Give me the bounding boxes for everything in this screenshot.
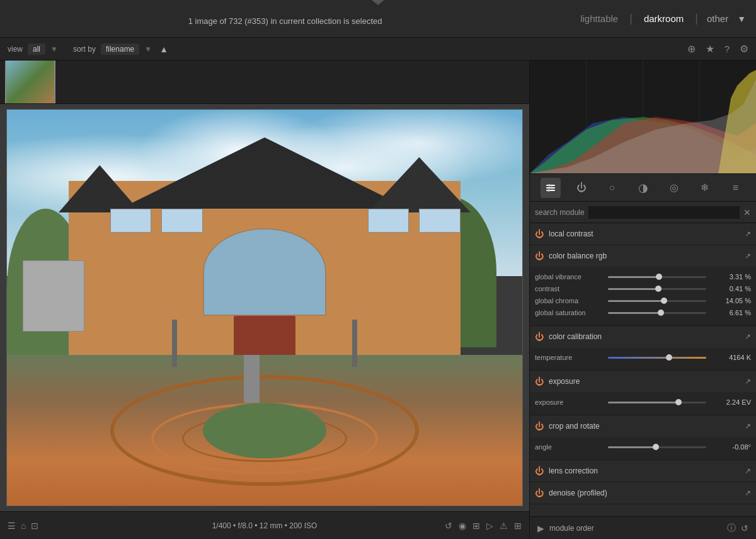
local-contrast-power-icon[interactable]: ⏻ <box>535 229 544 239</box>
home-icon[interactable]: ⌂ <box>21 521 26 531</box>
global-saturation-slider[interactable] <box>608 308 706 317</box>
local-contrast-link-icon[interactable]: ↗ <box>745 229 751 238</box>
module-order-reset-icon[interactable]: ↺ <box>741 523 748 533</box>
star-icon[interactable]: ★ <box>706 43 714 55</box>
module-lens-correction-header[interactable]: ⏻ lens correction ↗ <box>530 460 756 482</box>
param-contrast: contrast 0.41 % <box>535 284 751 293</box>
sort-label: sort by <box>73 45 96 54</box>
nav-dropdown-icon[interactable]: ▼ <box>737 14 746 24</box>
toolbar-right: ⊕ ★ ? ⚙ <box>687 43 748 55</box>
svg-point-9 <box>547 189 550 192</box>
module-order-settings-icon[interactable]: ⓘ <box>727 523 736 534</box>
angle-label: angle <box>535 443 604 451</box>
exposure-link-icon[interactable]: ↗ <box>745 377 751 386</box>
color-wheel-icon[interactable]: ◑ <box>633 178 653 198</box>
exposure-name: exposure <box>549 377 740 386</box>
search-clear-icon[interactable]: ✕ <box>743 207 751 217</box>
image-panel: ☰ ⌂ ⊡ 1/400 • f/8.0 • 12 mm • 200 ISO ↺ … <box>0 61 529 539</box>
ring-icon[interactable]: ◎ <box>664 178 684 198</box>
module-order-label: module order <box>549 524 594 533</box>
copy-icon[interactable]: ⊡ <box>31 521 38 531</box>
nav-other[interactable]: other <box>699 8 736 29</box>
crop-rotate-link-icon[interactable]: ↗ <box>745 422 751 431</box>
color-calibration-link-icon[interactable]: ↗ <box>745 332 751 341</box>
warning-icon[interactable]: ⚠ <box>500 521 508 531</box>
global-chroma-label: global chroma <box>535 297 604 304</box>
lens-correction-power-icon[interactable]: ⏻ <box>535 466 544 476</box>
module-exposure-header[interactable]: ⏻ exposure ↗ <box>530 371 756 392</box>
sliders-icon[interactable] <box>541 178 561 198</box>
exposure-params: exposure 2.24 EV <box>530 392 756 415</box>
filmstrip-thumb-active[interactable] <box>5 61 55 104</box>
module-color-balance-header[interactable]: ⏻ color balance rgb ↗ <box>530 245 756 267</box>
global-saturation-value: 6.61 % <box>710 309 751 316</box>
param-exposure: exposure 2.24 EV <box>535 398 751 407</box>
global-vibrance-slider[interactable] <box>608 272 706 281</box>
module-color-balance-rgb: ⏻ color balance rgb ↗ global vibrance <box>530 245 756 326</box>
module-crop-rotate-header[interactable]: ⏻ crop and rotate ↗ <box>530 415 756 437</box>
color-calibration-power-icon[interactable]: ⏻ <box>535 332 544 342</box>
color-balance-power-icon[interactable]: ⏻ <box>535 251 544 261</box>
second-bar: view all ▼ sort by filename ▼ ▲ ⊕ ★ ? ⚙ <box>0 38 756 61</box>
main-content: ☰ ⌂ ⊡ 1/400 • f/8.0 • 12 mm • 200 ISO ↺ … <box>0 61 756 539</box>
angle-slider[interactable] <box>608 443 706 451</box>
module-crop-rotate: ⏻ crop and rotate ↗ angle -0.08° <box>530 415 756 460</box>
overlay-icon[interactable]: ⊞ <box>472 521 480 531</box>
modules-list: ⏻ local contrast ↗ ⏻ color balance rgb ↗… <box>530 223 756 516</box>
grid2-icon[interactable]: ⊞ <box>514 521 522 531</box>
nav-lighttable[interactable]: lighttable <box>570 8 628 29</box>
global-chroma-value: 14.05 % <box>710 297 751 304</box>
color-picker-icon[interactable]: ◉ <box>459 521 466 531</box>
module-local-contrast: ⏻ local contrast ↗ <box>530 223 756 245</box>
sort-value[interactable]: filename <box>101 43 139 55</box>
histogram <box>530 61 756 174</box>
svg-point-8 <box>551 187 553 189</box>
help-icon[interactable]: ? <box>724 43 730 54</box>
bottom-left-icons: ☰ ⌂ ⊡ <box>8 521 38 531</box>
temperature-value: 4164 K <box>710 354 751 361</box>
sort-direction-icon[interactable]: ▲ <box>159 44 168 54</box>
settings-icon[interactable]: ⚙ <box>740 43 748 55</box>
denoise-power-icon[interactable]: ⏻ <box>535 488 544 498</box>
power-icon[interactable]: ⏻ <box>571 178 592 198</box>
module-local-contrast-header[interactable]: ⏻ local contrast ↗ <box>530 223 756 245</box>
global-vibrance-label: global vibrance <box>535 273 604 281</box>
param-global-saturation: global saturation 6.61 % <box>535 308 751 317</box>
module-order-expand-icon[interactable]: ▶ <box>537 523 544 533</box>
denoise-link-icon[interactable]: ↗ <box>745 489 751 497</box>
lens-correction-name: lens correction <box>549 467 740 475</box>
module-denoise-header[interactable]: ⏻ denoise (profiled) ↗ <box>530 482 756 504</box>
rotate-icon[interactable]: ↺ <box>445 521 452 531</box>
crop-rotate-power-icon[interactable]: ⏻ <box>535 421 544 431</box>
snowflake-icon[interactable]: ❄ <box>695 178 715 198</box>
search-label: search module <box>535 208 585 217</box>
module-color-calibration-header[interactable]: ⏻ color calibration ↗ <box>530 326 756 347</box>
grid-icon[interactable]: ⊕ <box>687 43 696 55</box>
param-angle: angle -0.08° <box>535 443 751 451</box>
module-color-calibration: ⏻ color calibration ↗ temperature 4164 K <box>530 326 756 371</box>
contrast-slider[interactable] <box>608 284 706 293</box>
color-calibration-params: temperature 4164 K <box>530 347 756 370</box>
top-chevron-up <box>372 0 384 5</box>
menu-icon[interactable]: ≡ <box>726 178 746 198</box>
global-chroma-slider[interactable] <box>608 296 706 305</box>
param-global-vibrance: global vibrance 3.31 % <box>535 272 751 281</box>
filmstrip-icon[interactable]: ☰ <box>8 521 16 531</box>
right-panel: ⏻ ○ ◑ ◎ ❄ ≡ search module ✕ ⏻ local cont… <box>529 61 756 539</box>
image-main <box>0 104 529 511</box>
exposure-power-icon[interactable]: ⏻ <box>535 376 544 386</box>
temperature-slider[interactable] <box>608 353 706 362</box>
local-contrast-name: local contrast <box>549 229 740 238</box>
nav-darkroom[interactable]: darkroom <box>634 8 694 29</box>
nav-sep-1: | <box>629 12 633 25</box>
exposure-slider[interactable] <box>608 398 706 407</box>
color-balance-link-icon[interactable]: ↗ <box>745 252 751 260</box>
color-balance-name: color balance rgb <box>549 252 740 260</box>
view-value[interactable]: all <box>28 43 45 55</box>
temperature-label: temperature <box>535 354 604 361</box>
status-bar: ☰ ⌂ ⊡ 1/400 • f/8.0 • 12 mm • 200 ISO ↺ … <box>0 511 529 539</box>
play-icon[interactable]: ▷ <box>486 521 493 531</box>
search-input[interactable] <box>588 206 740 219</box>
lens-correction-link-icon[interactable]: ↗ <box>745 467 751 475</box>
circle-icon[interactable]: ○ <box>602 178 622 198</box>
